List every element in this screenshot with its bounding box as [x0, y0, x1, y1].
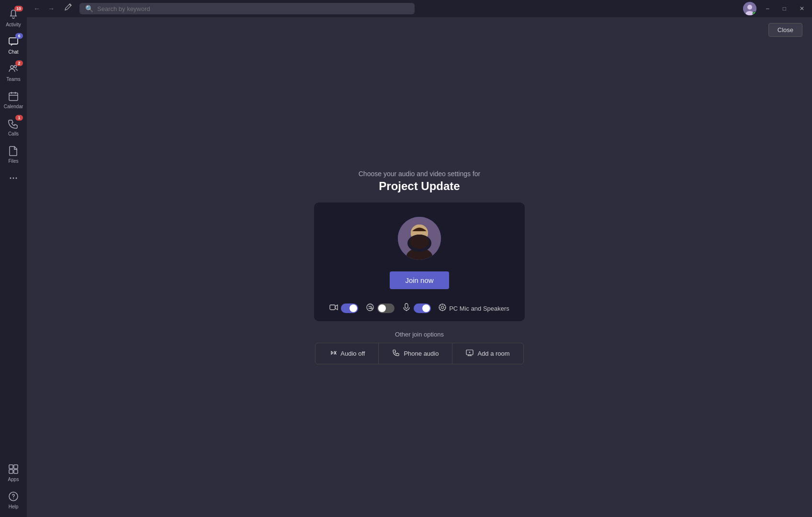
svg-point-27 [441, 306, 444, 309]
phone-audio-icon [392, 349, 400, 358]
speaker-label: PC Mic and Speakers [449, 305, 509, 312]
svg-point-1 [11, 66, 13, 68]
minimize-button[interactable]: – [762, 3, 773, 14]
sidebar: 10 Activity 6 Chat 2 Teams [0, 0, 27, 517]
svg-rect-0 [9, 38, 18, 44]
sidebar-item-more[interactable] [0, 168, 27, 189]
video-control [329, 303, 358, 314]
phone-audio-button[interactable]: Phone audio [379, 343, 452, 364]
effects-control [366, 303, 395, 314]
controls-row: PC Mic and Speakers [329, 303, 509, 314]
activity-icon: 10 [7, 8, 20, 21]
files-icon [7, 144, 20, 157]
svg-rect-22 [330, 305, 335, 310]
svg-rect-7 [9, 465, 13, 469]
user-avatar[interactable] [743, 2, 756, 15]
mic-icon [402, 303, 411, 314]
calendar-label: Calendar [4, 104, 23, 109]
help-icon [7, 490, 20, 503]
sidebar-item-chat[interactable]: 6 Chat [0, 31, 27, 58]
svg-point-23 [367, 304, 373, 311]
meeting-subtitle: Choose your audio and video settings for [359, 170, 481, 178]
audio-off-button[interactable]: Audio off [316, 343, 379, 364]
teams-icon: 2 [7, 62, 20, 76]
chat-badge: 6 [15, 33, 23, 39]
nav-buttons: ← → [31, 4, 57, 13]
sidebar-bottom: Apps Help [0, 459, 27, 513]
add-room-label: Add a room [477, 350, 509, 357]
add-room-icon [466, 349, 474, 358]
svg-point-14 [747, 5, 752, 10]
apps-icon [7, 462, 20, 476]
effects-toggle[interactable] [377, 303, 395, 313]
meeting-title: Project Update [359, 180, 481, 193]
activity-label: Activity [6, 22, 21, 27]
other-join-label: Other join options [395, 331, 444, 338]
svg-point-4 [10, 178, 11, 179]
join-now-button[interactable]: Join now [390, 271, 449, 289]
search-bar[interactable]: 🔍 [79, 3, 415, 14]
search-icon: 🔍 [85, 5, 93, 12]
search-input[interactable] [97, 5, 409, 12]
calls-icon: 1 [7, 117, 20, 130]
svg-point-24 [371, 308, 372, 309]
svg-point-2 [14, 66, 17, 68]
sidebar-item-calendar[interactable]: Calendar [0, 86, 27, 113]
forward-button[interactable]: → [45, 4, 57, 13]
calls-badge: 1 [15, 115, 23, 121]
add-room-button[interactable]: Add a room [452, 343, 523, 364]
close-meeting-button[interactable]: Close [768, 23, 802, 37]
maximize-button[interactable]: □ [779, 3, 790, 14]
svg-rect-10 [14, 470, 18, 473]
back-button[interactable]: ← [31, 4, 43, 13]
svg-rect-9 [9, 470, 13, 473]
chat-icon: 6 [7, 35, 20, 48]
video-toggle[interactable] [341, 303, 358, 313]
sidebar-item-apps[interactable]: Apps [0, 459, 27, 486]
effects-toggle-knob [378, 304, 386, 312]
activity-badge: 10 [14, 6, 23, 11]
sidebar-item-activity[interactable]: 10 Activity [0, 4, 27, 31]
apps-label: Apps [8, 477, 19, 482]
files-label: Files [8, 158, 18, 164]
speaker-settings-icon [439, 303, 446, 313]
mic-toggle-knob [422, 304, 430, 312]
other-join-section: Other join options Audio off [315, 331, 523, 364]
user-preview-avatar [398, 217, 441, 260]
phone-audio-label: Phone audio [404, 350, 439, 357]
teams-label: Teams [6, 77, 20, 82]
svg-point-21 [410, 235, 429, 249]
more-icon [7, 171, 20, 185]
titlebar: ← → 🔍 – □ ✕ [27, 0, 812, 17]
svg-rect-25 [405, 303, 408, 308]
svg-point-6 [16, 178, 17, 179]
svg-point-5 [13, 178, 14, 179]
sidebar-item-help[interactable]: Help [0, 486, 27, 513]
mic-toggle[interactable] [414, 303, 431, 313]
titlebar-right: – □ ✕ [743, 2, 808, 15]
svg-point-12 [13, 498, 14, 499]
video-preview: Join now [314, 202, 525, 321]
online-indicator [753, 11, 756, 15]
other-join-options: Audio off Phone audio [315, 343, 523, 364]
sidebar-item-calls[interactable]: 1 Calls [0, 113, 27, 140]
calls-label: Calls [8, 131, 19, 136]
prejoin-header: Choose your audio and video settings for… [359, 170, 481, 193]
compose-button[interactable] [61, 2, 76, 15]
window-close-button[interactable]: ✕ [796, 3, 808, 14]
svg-rect-8 [14, 465, 18, 469]
sidebar-item-files[interactable]: Files [0, 140, 27, 168]
audio-off-label: Audio off [340, 350, 365, 357]
help-label: Help [9, 504, 19, 509]
sidebar-item-teams[interactable]: 2 Teams [0, 58, 27, 86]
chat-label: Chat [8, 49, 18, 55]
audio-off-icon [329, 349, 337, 358]
calendar-icon [7, 90, 20, 103]
svg-rect-3 [9, 93, 18, 101]
mic-control [402, 303, 431, 314]
prejoin-container: Choose your audio and video settings for… [27, 170, 812, 364]
speaker-control: PC Mic and Speakers [439, 303, 509, 313]
effects-icon [366, 303, 374, 314]
video-icon [329, 303, 338, 314]
teams-badge: 2 [15, 60, 23, 66]
